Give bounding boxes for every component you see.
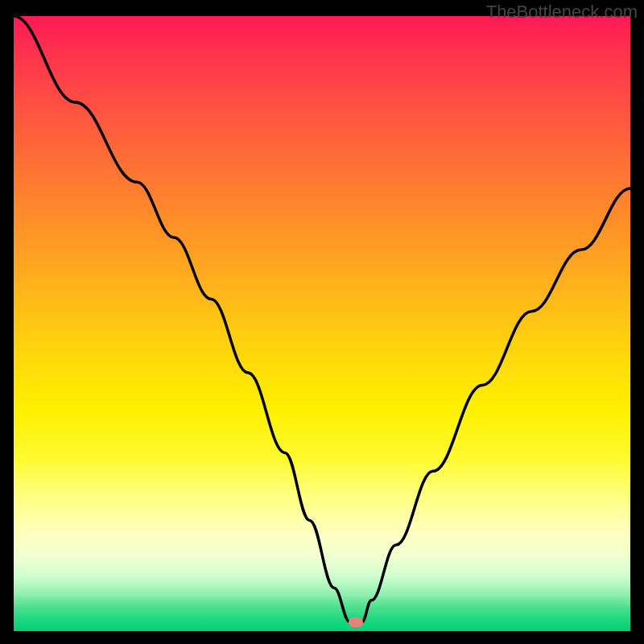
curve-svg [14, 16, 630, 631]
bottleneck-curve [14, 16, 630, 622]
minimum-marker [349, 617, 363, 627]
chart-container: TheBottleneck.com [0, 0, 644, 644]
plot-area [14, 16, 630, 631]
watermark-text: TheBottleneck.com [486, 2, 638, 23]
